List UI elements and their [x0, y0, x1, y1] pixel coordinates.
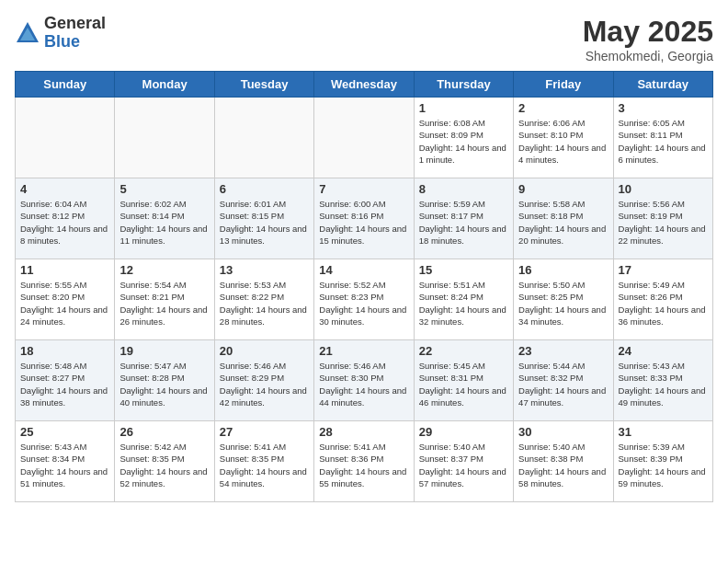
day-info: Sunrise: 5:54 AM Sunset: 8:21 PM Dayligh…: [119, 279, 209, 327]
calendar-cell: 3Sunrise: 6:05 AM Sunset: 8:11 PM Daylig…: [613, 98, 712, 178]
calendar-week-row: 11Sunrise: 5:55 AM Sunset: 8:20 PM Dayli…: [16, 259, 713, 340]
day-number: 25: [20, 425, 109, 439]
calendar-cell: 15Sunrise: 5:51 AM Sunset: 8:24 PM Dayli…: [414, 259, 513, 340]
calendar-cell: 13Sunrise: 5:53 AM Sunset: 8:22 PM Dayli…: [214, 259, 313, 340]
day-info: Sunrise: 6:01 AM Sunset: 8:15 PM Dayligh…: [220, 198, 309, 247]
day-info: Sunrise: 5:49 AM Sunset: 8:26 PM Dayligh…: [619, 279, 708, 327]
calendar-cell: 26Sunrise: 5:42 AM Sunset: 8:35 PM Dayli…: [115, 421, 214, 502]
calendar-cell: 6Sunrise: 6:01 AM Sunset: 8:15 PM Daylig…: [214, 178, 313, 259]
day-info: Sunrise: 6:02 AM Sunset: 8:14 PM Dayligh…: [119, 198, 209, 247]
day-number: 17: [619, 263, 708, 277]
day-info: Sunrise: 5:55 AM Sunset: 8:20 PM Dayligh…: [20, 279, 109, 327]
calendar-cell: 14Sunrise: 5:52 AM Sunset: 8:23 PM Dayli…: [314, 259, 414, 340]
logo: General Blue: [15, 15, 106, 52]
day-number: 29: [419, 425, 508, 439]
day-number: 30: [518, 425, 608, 439]
calendar-cell: 10Sunrise: 5:56 AM Sunset: 8:19 PM Dayli…: [613, 178, 712, 259]
day-number: 10: [619, 182, 708, 196]
title-block: May 2025 Shemokmedi, Georgia: [583, 15, 713, 63]
day-info: Sunrise: 5:45 AM Sunset: 8:31 PM Dayligh…: [419, 360, 508, 408]
day-info: Sunrise: 5:44 AM Sunset: 8:32 PM Dayligh…: [518, 360, 608, 408]
day-number: 9: [518, 182, 608, 196]
day-info: Sunrise: 5:46 AM Sunset: 8:29 PM Dayligh…: [220, 360, 309, 408]
day-info: Sunrise: 6:04 AM Sunset: 8:12 PM Dayligh…: [20, 198, 109, 247]
day-number: 18: [20, 344, 109, 358]
calendar-cell: 22Sunrise: 5:45 AM Sunset: 8:31 PM Dayli…: [414, 340, 513, 421]
calendar-cell: 7Sunrise: 6:00 AM Sunset: 8:16 PM Daylig…: [314, 178, 414, 259]
day-number: 20: [220, 344, 309, 358]
day-info: Sunrise: 5:51 AM Sunset: 8:24 PM Dayligh…: [419, 279, 508, 327]
calendar-cell: 8Sunrise: 5:59 AM Sunset: 8:17 PM Daylig…: [414, 178, 513, 259]
day-info: Sunrise: 5:41 AM Sunset: 8:36 PM Dayligh…: [319, 441, 408, 489]
day-number: 6: [220, 182, 309, 196]
calendar-cell: 23Sunrise: 5:44 AM Sunset: 8:32 PM Dayli…: [514, 340, 613, 421]
day-number: 13: [220, 263, 309, 277]
calendar-cell: [16, 98, 115, 178]
day-info: Sunrise: 5:40 AM Sunset: 8:37 PM Dayligh…: [419, 441, 508, 489]
calendar-cell: [314, 98, 414, 178]
day-info: Sunrise: 5:59 AM Sunset: 8:17 PM Dayligh…: [419, 198, 508, 247]
weekday-header-sunday: Sunday: [16, 72, 115, 98]
day-info: Sunrise: 5:41 AM Sunset: 8:35 PM Dayligh…: [220, 441, 309, 489]
month-title: May 2025: [583, 15, 713, 49]
calendar-cell: 27Sunrise: 5:41 AM Sunset: 8:35 PM Dayli…: [214, 421, 313, 502]
day-number: 31: [619, 425, 708, 439]
day-info: Sunrise: 6:06 AM Sunset: 8:10 PM Dayligh…: [518, 117, 608, 166]
calendar-cell: 16Sunrise: 5:50 AM Sunset: 8:25 PM Dayli…: [514, 259, 613, 340]
day-info: Sunrise: 5:47 AM Sunset: 8:28 PM Dayligh…: [119, 360, 209, 408]
calendar-week-row: 25Sunrise: 5:43 AM Sunset: 8:34 PM Dayli…: [16, 421, 713, 502]
day-number: 2: [518, 101, 608, 115]
day-info: Sunrise: 6:05 AM Sunset: 8:11 PM Dayligh…: [619, 117, 708, 166]
calendar-cell: 5Sunrise: 6:02 AM Sunset: 8:14 PM Daylig…: [115, 178, 214, 259]
day-info: Sunrise: 5:56 AM Sunset: 8:19 PM Dayligh…: [619, 198, 708, 247]
day-info: Sunrise: 5:46 AM Sunset: 8:30 PM Dayligh…: [319, 360, 408, 408]
calendar-week-row: 18Sunrise: 5:48 AM Sunset: 8:27 PM Dayli…: [16, 340, 713, 421]
logo-general: General: [44, 15, 106, 33]
calendar-cell: 1Sunrise: 6:08 AM Sunset: 8:09 PM Daylig…: [414, 98, 513, 178]
day-number: 15: [419, 263, 508, 277]
calendar-cell: 24Sunrise: 5:43 AM Sunset: 8:33 PM Dayli…: [613, 340, 712, 421]
weekday-header-saturday: Saturday: [613, 72, 712, 98]
calendar-cell: [214, 98, 313, 178]
calendar-cell: 20Sunrise: 5:46 AM Sunset: 8:29 PM Dayli…: [214, 340, 313, 421]
day-info: Sunrise: 5:52 AM Sunset: 8:23 PM Dayligh…: [319, 279, 408, 327]
day-number: 1: [419, 101, 508, 115]
day-info: Sunrise: 5:43 AM Sunset: 8:34 PM Dayligh…: [20, 441, 109, 489]
location: Shemokmedi, Georgia: [583, 49, 713, 63]
day-number: 21: [319, 344, 408, 358]
day-number: 3: [619, 101, 708, 115]
day-info: Sunrise: 5:50 AM Sunset: 8:25 PM Dayligh…: [518, 279, 608, 327]
day-number: 24: [619, 344, 708, 358]
day-info: Sunrise: 5:53 AM Sunset: 8:22 PM Dayligh…: [220, 279, 309, 327]
calendar-cell: [115, 98, 214, 178]
day-number: 8: [419, 182, 508, 196]
calendar-week-row: 4Sunrise: 6:04 AM Sunset: 8:12 PM Daylig…: [16, 178, 713, 259]
day-info: Sunrise: 5:39 AM Sunset: 8:39 PM Dayligh…: [619, 441, 708, 489]
weekday-header-friday: Friday: [514, 72, 613, 98]
page-header: General Blue May 2025 Shemokmedi, Georgi…: [15, 15, 713, 63]
calendar-cell: 30Sunrise: 5:40 AM Sunset: 8:38 PM Dayli…: [514, 421, 613, 502]
day-info: Sunrise: 5:42 AM Sunset: 8:35 PM Dayligh…: [119, 441, 209, 489]
day-number: 27: [220, 425, 309, 439]
calendar-cell: 2Sunrise: 6:06 AM Sunset: 8:10 PM Daylig…: [514, 98, 613, 178]
logo-blue: Blue: [44, 33, 106, 52]
weekday-header-monday: Monday: [115, 72, 214, 98]
weekday-header-row: SundayMondayTuesdayWednesdayThursdayFrid…: [16, 72, 713, 98]
day-number: 7: [319, 182, 408, 196]
day-number: 23: [518, 344, 608, 358]
calendar-cell: 17Sunrise: 5:49 AM Sunset: 8:26 PM Dayli…: [613, 259, 712, 340]
day-number: 22: [419, 344, 508, 358]
day-number: 4: [20, 182, 109, 196]
calendar-cell: 31Sunrise: 5:39 AM Sunset: 8:39 PM Dayli…: [613, 421, 712, 502]
weekday-header-wednesday: Wednesday: [314, 72, 414, 98]
day-number: 26: [119, 425, 209, 439]
day-info: Sunrise: 6:00 AM Sunset: 8:16 PM Dayligh…: [319, 198, 408, 247]
calendar-cell: 18Sunrise: 5:48 AM Sunset: 8:27 PM Dayli…: [16, 340, 115, 421]
day-info: Sunrise: 6:08 AM Sunset: 8:09 PM Dayligh…: [419, 117, 508, 166]
logo-text: General Blue: [44, 15, 106, 52]
day-info: Sunrise: 5:40 AM Sunset: 8:38 PM Dayligh…: [518, 441, 608, 489]
calendar-cell: 9Sunrise: 5:58 AM Sunset: 8:18 PM Daylig…: [514, 178, 613, 259]
logo-icon: [15, 20, 40, 46]
day-number: 11: [20, 263, 109, 277]
calendar-cell: 12Sunrise: 5:54 AM Sunset: 8:21 PM Dayli…: [115, 259, 214, 340]
